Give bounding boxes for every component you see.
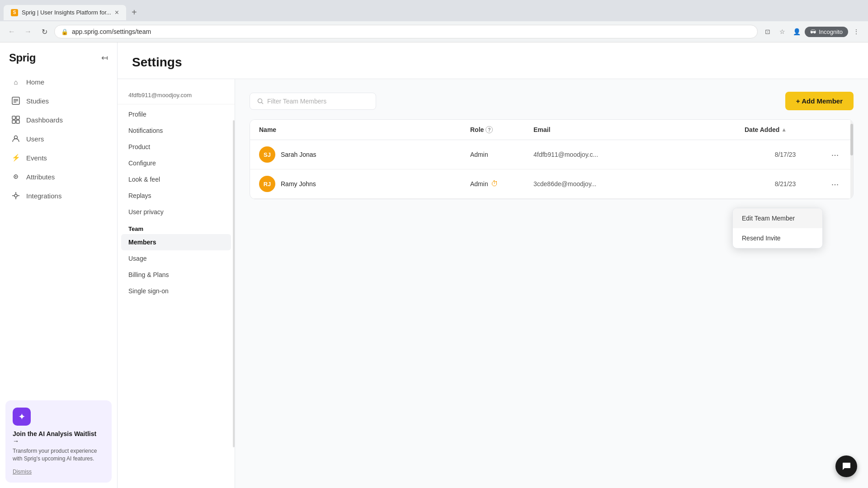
incognito-icon: 🕶	[810, 28, 816, 35]
tab-close-button[interactable]: ×	[115, 9, 119, 17]
promo-title[interactable]: Join the AI Analysis Waitlist →	[13, 430, 104, 445]
users-icon	[11, 134, 21, 144]
settings-nav-notifications[interactable]: Notifications	[118, 122, 235, 139]
settings-nav-replays[interactable]: Replays	[118, 188, 235, 204]
search-icon	[257, 98, 264, 104]
incognito-button[interactable]: 🕶 Incognito	[805, 27, 848, 37]
chat-icon	[841, 461, 851, 471]
row-action-button-ramy[interactable]: ···	[826, 179, 844, 189]
chat-button[interactable]	[835, 455, 857, 477]
table-header: Name Role ? Email Date Added ▲	[250, 120, 853, 140]
new-tab-button[interactable]: +	[128, 4, 141, 21]
table-scrollbar-thumb	[850, 124, 853, 155]
col-header-name: Name	[259, 126, 470, 133]
home-icon: ⌂	[11, 77, 21, 87]
menu-icon[interactable]: ⋮	[850, 25, 863, 38]
col-header-email: Email	[533, 126, 745, 133]
sidebar-item-studies[interactable]: Studies	[5, 91, 112, 110]
url-text: app.sprig.com/settings/team	[72, 28, 151, 35]
settings-nav-sso[interactable]: Single sign-on	[118, 283, 235, 299]
settings-nav-usage[interactable]: Usage	[118, 250, 235, 267]
member-cell-ramy: RJ Ramy Johns	[259, 176, 470, 192]
member-name-sarah: Sarah Jonas	[281, 151, 316, 158]
cast-icon[interactable]: ⊡	[761, 25, 774, 38]
profile-icon[interactable]: 👤	[790, 25, 803, 38]
bookmark-icon[interactable]: ☆	[776, 25, 788, 38]
sidebar-collapse-button[interactable]: ↤	[101, 53, 108, 63]
sidebar: Sprig ↤ ⌂ Home Studies	[0, 42, 118, 488]
integrations-icon	[11, 191, 21, 201]
svg-point-16	[258, 99, 262, 103]
svg-rect-7	[16, 120, 19, 123]
studies-icon	[11, 96, 21, 106]
events-icon: ⚡	[11, 153, 21, 163]
incognito-label: Incognito	[819, 28, 843, 35]
settings-nav-billing[interactable]: Billing & Plans	[118, 267, 235, 283]
add-member-button[interactable]: + Add Member	[785, 92, 854, 110]
dropdown-item-resend-invite[interactable]: Resend Invite	[733, 228, 822, 248]
lock-icon: 🔒	[61, 28, 68, 35]
dashboards-icon	[11, 115, 21, 125]
nav-actions: ⊡ ☆ 👤 🕶 Incognito ⋮	[761, 25, 863, 38]
sort-icon: ▲	[781, 127, 787, 133]
sidebar-item-events[interactable]: ⚡ Events	[5, 148, 112, 167]
sidebar-item-label-events: Events	[26, 154, 47, 162]
svg-rect-4	[12, 116, 15, 119]
promo-icon: ✦	[13, 408, 31, 426]
col-header-role: Role ?	[470, 126, 533, 133]
forward-button[interactable]: →	[22, 25, 34, 38]
settings-nav-look-feel[interactable]: Look & feel	[118, 171, 235, 188]
tab-favicon: S	[11, 9, 18, 16]
table-scrollbar	[850, 120, 853, 199]
dropdown-item-edit-team-member[interactable]: Edit Team Member	[733, 208, 822, 228]
sidebar-item-home[interactable]: ⌂ Home	[5, 72, 112, 91]
browser-tab-active[interactable]: S Sprig | User Insights Platform for... …	[4, 5, 126, 20]
sidebar-item-label-dashboards: Dashboards	[26, 116, 63, 124]
filter-placeholder: Filter Team Members	[267, 98, 326, 105]
sidebar-item-attributes[interactable]: Attributes	[5, 167, 112, 186]
settings-nav-product[interactable]: Product	[118, 139, 235, 155]
sidebar-item-label-users: Users	[26, 135, 44, 143]
settings-header: Settings	[118, 42, 868, 79]
settings-nav-configure[interactable]: Configure	[118, 155, 235, 171]
address-bar[interactable]: 🔒 app.sprig.com/settings/team	[54, 25, 758, 38]
role-cell-ramy: Admin ⏱	[470, 180, 533, 188]
back-button[interactable]: ←	[5, 25, 18, 38]
tab-title: Sprig | User Insights Platform for...	[22, 9, 111, 16]
promo-dismiss-button[interactable]: Dismiss	[13, 469, 32, 475]
sidebar-promo: ✦ Join the AI Analysis Waitlist → Transf…	[5, 400, 112, 483]
reload-button[interactable]: ↻	[38, 25, 51, 38]
table-row: SJ Sarah Jonas Admin 4fdfb911@moodjoy.c.…	[250, 140, 853, 169]
sidebar-item-users[interactable]: Users	[5, 129, 112, 148]
settings-account-email: 4fdfb911@moodjoy.com	[118, 86, 235, 104]
role-info-icon[interactable]: ?	[486, 126, 493, 133]
col-header-date-added[interactable]: Date Added ▲	[745, 126, 826, 133]
settings-layout: 4fdfb911@moodjoy.com Profile Notificatio…	[118, 79, 868, 488]
email-cell-sarah: 4fdfb911@moodjoy.c...	[533, 151, 745, 158]
app-layout: Sprig ↤ ⌂ Home Studies	[0, 42, 868, 488]
browser-tabs: S Sprig | User Insights Platform for... …	[0, 0, 868, 21]
row-action-button-sarah[interactable]: ···	[826, 150, 844, 160]
settings-team-section: Team	[118, 220, 235, 234]
filter-input[interactable]: Filter Team Members	[250, 93, 376, 110]
svg-rect-5	[16, 116, 19, 119]
table-row: RJ Ramy Johns Admin ⏱ 3cde86de@moodjoy..…	[250, 169, 853, 199]
member-cell-sarah: SJ Sarah Jonas	[259, 146, 470, 163]
pending-icon: ⏱	[491, 180, 498, 188]
sidebar-item-dashboards[interactable]: Dashboards	[5, 110, 112, 129]
settings-nav-members[interactable]: Members	[121, 234, 231, 250]
settings-nav-profile[interactable]: Profile	[118, 106, 235, 122]
settings-nav-user-privacy[interactable]: User privacy	[118, 204, 235, 220]
sidebar-item-integrations[interactable]: Integrations	[5, 186, 112, 205]
settings-content: Filter Team Members + Add Member Name Ro…	[235, 79, 868, 488]
avatar-sarah: SJ	[259, 146, 275, 163]
sidebar-item-label-studies: Studies	[26, 97, 49, 105]
browser-nav: ← → ↻ 🔒 app.sprig.com/settings/team ⊡ ☆ …	[0, 21, 868, 42]
role-cell-sarah: Admin	[470, 151, 533, 158]
sidebar-item-label-integrations: Integrations	[26, 192, 61, 200]
date-cell-sarah: 8/17/23	[745, 151, 826, 158]
svg-point-10	[15, 176, 17, 178]
settings-sidebar-scrollbar	[233, 120, 235, 447]
sidebar-item-label-attributes: Attributes	[26, 173, 55, 181]
settings-sidebar: 4fdfb911@moodjoy.com Profile Notificatio…	[118, 79, 235, 488]
